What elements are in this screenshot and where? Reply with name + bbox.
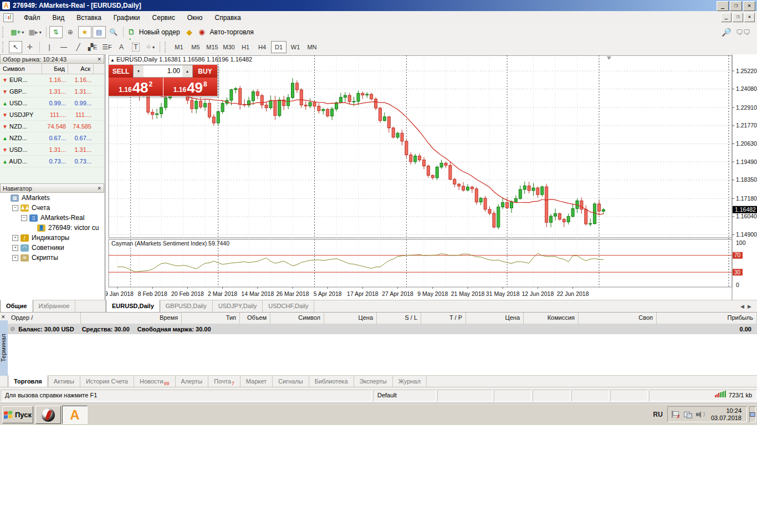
volume-up-icon[interactable]: ▲ [182,65,192,77]
autotrading-button[interactable]: ◉ Авто-торговля [197,26,255,38]
terminal-column-Комиссия[interactable]: Комиссия [524,313,579,324]
expand-icon[interactable]: + [12,235,18,241]
collapse-icon[interactable]: ▲ [110,58,115,63]
volume-down-icon[interactable]: ▼ [134,65,144,77]
horizontal-line-tool-button[interactable]: — [57,41,70,53]
close-button[interactable]: ✕ [743,1,755,11]
navigator-toggle-button[interactable]: ★ [78,26,91,38]
toolbar-grip[interactable] [2,27,6,38]
expand-icon[interactable]: + [12,255,18,261]
trendline-tool-button[interactable]: ╱ [71,41,85,53]
timeframe-W1[interactable]: W1 [288,41,303,53]
data-window-button[interactable]: ⊕ [64,26,77,38]
menu-Вид[interactable]: Вид [47,12,71,23]
terminal-column-Тип[interactable]: Тип [182,313,240,324]
tree-item-AMarkets[interactable]: ▦AMarkets [0,193,104,203]
expand-icon[interactable]: + [12,245,18,251]
channel-tool-button[interactable]: ▞E [86,41,99,53]
symbol-row[interactable]: ▼ EUR...1.16...1.16... [0,74,104,86]
column-header-1[interactable]: Бид [42,64,68,74]
show-desktop-button[interactable] [749,406,756,422]
strategy-tester-button[interactable]: 🔍 [107,26,120,38]
symbol-row[interactable]: ▲ USD...0.99...0.99... [0,98,104,109]
symbol-row[interactable]: ▲ USD3.90243.9250 [0,167,104,170]
metaeditor-button[interactable]: ◆ [183,26,196,38]
terminal-vertical-label[interactable]: Терминал [0,320,8,376]
menu-Сервис[interactable]: Сервис [146,12,181,23]
terminal-close-icon[interactable]: ✕ [1,314,6,320]
market-watch-toggle-button[interactable]: ⇅ [49,26,63,38]
new-chart-button[interactable]: ▦+▾ [9,26,25,38]
profiles-button[interactable]: ▦▸▾ [27,26,43,38]
child-restore-button[interactable]: ❐ [733,13,743,22]
symbol-row[interactable]: ▲ AUD...0.73...0.73... [0,156,104,167]
fibonacci-tool-button[interactable]: ☰F [100,41,114,53]
menu-Вставка[interactable]: Вставка [70,12,108,23]
symbol-row[interactable]: ▼ USDJPY111....111.... [0,109,104,121]
collapse-icon[interactable]: − [21,215,27,221]
terminal-tab-Новости[interactable]: Новости99 [134,376,176,388]
chart-window[interactable]: 1.252201.240801.229101.217701.206301.194… [105,54,757,300]
speaker-icon[interactable]: ) [696,411,705,418]
terminal-column-Цена[interactable]: Цена [466,313,524,324]
minimize-button[interactable]: _ [717,1,729,11]
tabs-scroll-right-icon[interactable]: ▶ [748,304,751,309]
timeframe-MN[interactable]: MN [304,41,320,53]
tree-item-Скрипты[interactable]: +≋Скрипты [0,253,104,263]
timeframe-H1[interactable]: H1 [238,41,253,53]
tabs-scroll-left-icon[interactable]: ◀ [740,304,744,309]
timeframe-M5[interactable]: M5 [188,41,203,53]
start-button[interactable]: Пуск [2,406,33,423]
text-tool-button[interactable]: A [115,41,128,53]
menu-Окно[interactable]: Окно [181,12,209,23]
new-order-button[interactable]: 🗋+ Новый ордер [126,26,182,38]
timeframe-M15[interactable]: M15 [204,41,220,53]
symbol-row[interactable]: ▼ NZD...74.54874.585 [0,121,104,132]
tree-item-AMarkets-Real[interactable]: −▯AMarkets-Real [0,213,104,223]
timeframe-M30[interactable]: M30 [221,41,237,53]
terminal-column-T / P[interactable]: T / P [421,313,466,324]
child-close-button[interactable]: ✕ [744,13,755,22]
action-center-flag-icon[interactable]: ✗ [671,411,679,418]
tray-clock[interactable]: 10:2403.07.2018 [709,407,744,422]
menu-Справка[interactable]: Справка [209,12,247,23]
network-icon[interactable] [683,411,692,418]
terminal-tab-Библиотека[interactable]: Библиотека [309,376,354,388]
sell-button[interactable]: SELL [109,65,133,78]
language-indicator[interactable]: RU [649,411,667,418]
terminal-column-Ордер[interactable]: Ордер / [8,313,81,324]
navigator-tab-Избранное[interactable]: Избранное [33,300,76,313]
timeframe-H4[interactable]: H4 [254,41,270,53]
symbol-row[interactable]: ▲ NZD...0.67...0.67... [0,132,104,144]
symbol-row[interactable]: ▼ USD...1.31...1.31... [0,144,104,156]
vertical-line-tool-button[interactable]: | [43,41,56,53]
volume-input[interactable]: 1.00 [144,65,182,77]
symbol-row[interactable]: ▼ GBP...1.31...1.31... [0,86,104,98]
collapse-icon[interactable]: − [12,205,18,211]
tree-item-276949: victor cu[interactable]: 👤276949: victor cu [0,223,104,233]
close-icon[interactable]: ✕ [97,57,101,62]
chat-icon[interactable]: 🗨🗨 [734,26,752,38]
tree-item-Счета[interactable]: −♟♟Счета [0,203,104,213]
taskbar-app-browser[interactable] [35,406,61,424]
status-profile[interactable]: Default [373,390,436,401]
terminal-tab-Почта[interactable]: Почта7 [208,376,241,388]
chart-window-icon[interactable] [3,13,13,22]
tree-item-Советники[interactable]: +◠Советники [0,243,104,253]
menu-Файл[interactable]: Файл [18,12,47,23]
arrows-tool-button[interactable]: ⁘▾ [144,41,157,53]
terminal-tab-Эксперты[interactable]: Эксперты [354,376,393,388]
terminal-column-Объем[interactable]: Объем [240,313,270,324]
sell-price[interactable]: 1.16 48 2 [109,78,163,96]
search-icon[interactable]: 🔎 [720,26,733,38]
chart-tab-USDCHF,Daily[interactable]: USDCHF,Daily [263,300,314,313]
timeframe-D1[interactable]: D1 [271,41,287,53]
terminal-tab-Журнал[interactable]: Журнал [393,376,427,388]
label-tool-button[interactable]: T [129,41,142,53]
terminal-toggle-button[interactable]: ▤ [93,26,106,38]
column-header-0[interactable]: Символ [0,64,42,74]
close-icon[interactable]: ✕ [97,186,101,191]
terminal-column-S / L[interactable]: S / L [377,313,421,324]
terminal-column-Цена[interactable]: Цена [324,313,377,324]
tree-item-Индикаторы[interactable]: +ƒИндикаторы [0,233,104,243]
